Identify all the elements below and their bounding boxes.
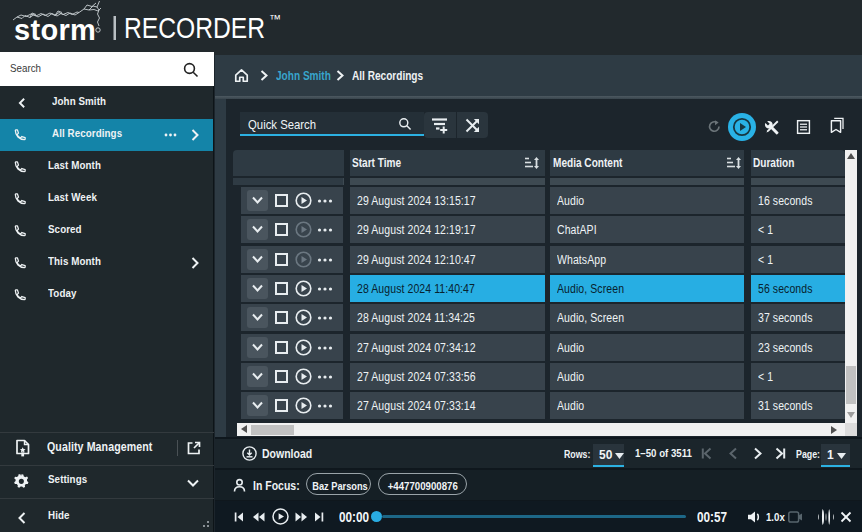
svg-text:™: ™ [269,12,281,26]
svg-text:storm: storm [14,14,96,46]
svg-text:RECORDER: RECORDER [124,12,265,44]
